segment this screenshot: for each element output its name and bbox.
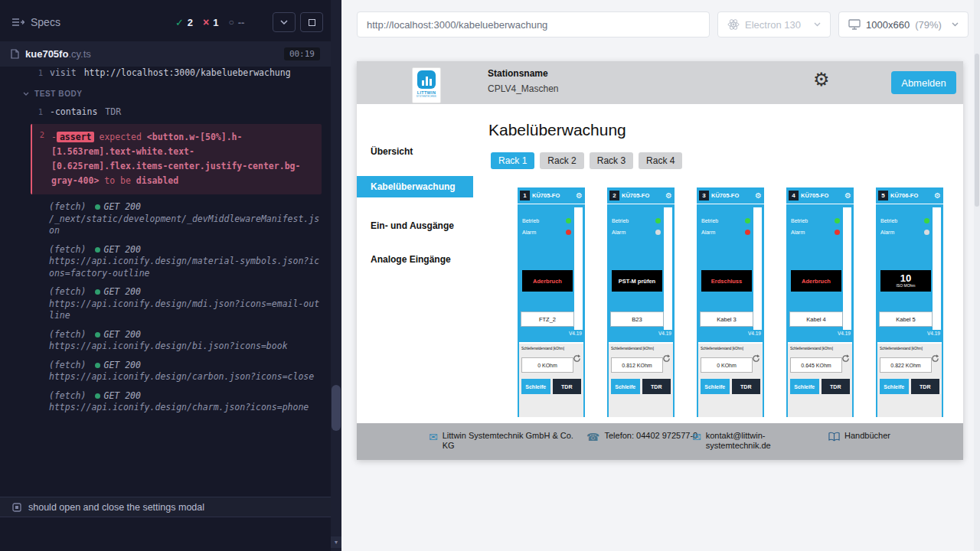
card-number: 4 (789, 191, 799, 201)
cable-name: Kabel 4 (789, 311, 843, 327)
tab-rack-4[interactable]: Rack 4 (639, 152, 682, 169)
settings-gear-icon[interactable]: ⚙ (813, 70, 830, 89)
fetch-url: /_next/static/development/_devMiddleware… (49, 214, 320, 237)
cable-name: B23 (610, 311, 664, 327)
alarm-indicator: Alarm (612, 230, 661, 235)
status-dot-icon (95, 332, 100, 337)
schleife-button[interactable]: Schleife (611, 379, 640, 394)
network-log-entry[interactable]: (fetch)GET 200 https://api.iconify.desig… (0, 286, 331, 322)
next-test-row[interactable]: should open and close the settings modal (0, 497, 331, 517)
assert-badge: assert (57, 132, 95, 142)
tdr-button[interactable]: TDR (553, 379, 582, 394)
visit-command-row[interactable]: 1 visithttp://localhost:3000/kabelueberw… (0, 67, 331, 80)
alarm-led (924, 230, 929, 235)
logout-button[interactable]: Abmelden (891, 71, 956, 94)
level-gauge (933, 207, 941, 330)
chevron-down-icon (952, 22, 959, 27)
card-header: 2 KÜ705-FO ⚙ (607, 187, 675, 204)
spec-duration-badge: 00:19 (284, 47, 320, 60)
command-number: 1 (34, 67, 43, 79)
alarm-indicator: Alarm (880, 230, 929, 235)
station-label: Stationsname (488, 68, 559, 79)
tdr-button[interactable]: TDR (822, 379, 851, 394)
specs-label: Specs (31, 16, 60, 28)
fetch-label: (fetch) (49, 360, 86, 370)
viewport-select[interactable]: 1000x660 (79%) (838, 11, 969, 37)
resistance-label: Schleifenwiderstand [kOhm] (880, 347, 939, 350)
window-scrollbar[interactable] (974, 0, 980, 551)
cable-name: FTZ_2 (521, 311, 574, 327)
card-settings-icon[interactable]: ⚙ (665, 192, 672, 200)
spec-name: kue705fo.cy.ts (25, 48, 91, 60)
scrollbar-down-arrow[interactable]: ▾ (331, 536, 341, 548)
failed-assert-row[interactable]: 2 -assertexpected <button.w-[50%].h-[1.5… (31, 124, 322, 194)
tdr-button[interactable]: TDR (642, 379, 671, 394)
betrieb-indicator: Betrieb (701, 218, 750, 223)
sidebar-item-kabelueberwachung[interactable]: Kabelüberwachung (357, 176, 473, 197)
footer-manuals-link[interactable]: Handbücher (828, 431, 890, 443)
network-log-entry[interactable]: (fetch)GET 200 https://api.iconify.desig… (0, 360, 331, 383)
card-settings-icon[interactable]: ⚙ (755, 192, 762, 200)
scrollbar-thumb[interactable] (975, 54, 979, 207)
sidebar-item-analoge-eingaenge[interactable]: Analoge Eingänge (357, 252, 473, 267)
tdr-button[interactable]: TDR (732, 379, 761, 394)
schleife-button[interactable]: Schleife (521, 379, 550, 394)
network-log-entry[interactable]: (fetch)GET 200 https://api.iconify.desig… (0, 329, 331, 353)
spec-file-header[interactable]: kue705fo.cy.ts 00:19 (0, 41, 331, 67)
network-log-entry[interactable]: (fetch)GET 200 /_next/static/development… (0, 201, 331, 237)
reporter-scrollbar[interactable]: ▾ (331, 0, 341, 551)
cypress-reporter-panel: Specs ✓2 ×1 ○-- kue705fo.cy.ts 00:19 (0, 0, 331, 551)
alarm-label: Alarm (880, 230, 894, 235)
resistance-label: Schleifenwiderstand [kOhm] (521, 347, 581, 350)
card-settings-icon[interactable]: ⚙ (934, 192, 941, 200)
tab-rack-3[interactable]: Rack 3 (590, 152, 633, 169)
url-bar[interactable] (357, 11, 710, 37)
browser-select[interactable]: Electron 130 (717, 11, 831, 37)
betrieb-label: Betrieb (880, 218, 897, 223)
fetch-status: GET 200 (103, 286, 140, 297)
sidebar-item-ein-und-ausgaenge[interactable]: Ein- und Ausgänge (357, 218, 473, 233)
section-label: TEST BODY (34, 90, 83, 98)
footer-email[interactable]: ✉ kontakt@littwin-systemtechnik.de (692, 431, 782, 451)
schleife-button[interactable]: Schleife (701, 379, 730, 394)
stop-tests-button[interactable] (300, 12, 323, 32)
cypress-topbar: Specs ✓2 ×1 ○-- (0, 0, 331, 41)
specs-menu-button[interactable]: Specs (12, 16, 60, 28)
device-card: 1 KÜ705-FO ⚙ Betrieb Alarm Aderbruch FTZ… (518, 187, 585, 417)
sidebar-item-uebersicht[interactable]: Übersicht (357, 144, 473, 159)
betrieb-indicator: Betrieb (880, 218, 929, 223)
network-log-entry[interactable]: (fetch)GET 200 https://api.iconify.desig… (0, 244, 331, 280)
refresh-icon[interactable] (841, 354, 850, 363)
contains-command-row[interactable]: 1 -containsTDR (0, 104, 331, 119)
betrieb-indicator: Betrieb (791, 218, 840, 223)
tab-rack-2[interactable]: Rack 2 (540, 152, 583, 169)
device-card: 3 KÜ705-FO ⚙ Betrieb Alarm Erdschluss Ka… (697, 187, 764, 417)
card-settings-icon[interactable]: ⚙ (844, 192, 851, 200)
card-header: 1 KÜ705-FO ⚙ (518, 187, 585, 204)
card-settings-icon[interactable]: ⚙ (576, 192, 583, 200)
collapse-all-button[interactable] (273, 12, 296, 32)
status-dot-icon (95, 247, 100, 253)
refresh-icon[interactable] (931, 354, 939, 363)
section-chevron-icon (23, 92, 29, 96)
refresh-icon[interactable] (662, 354, 671, 363)
refresh-icon[interactable] (573, 354, 581, 363)
refresh-icon[interactable] (752, 354, 760, 363)
resistance-value: 0.812 KOhm (611, 357, 663, 373)
littwin-logo: LITTWIN SYSTEMTECHNIK (412, 67, 441, 103)
footer-text: Littwin Systemtechnik GmbH & Co. KG (443, 431, 579, 451)
fetch-url: https://api.iconify.design/carbon.json?i… (49, 371, 320, 383)
device-card: 4 KÜ705-FO ⚙ Betrieb Alarm Aderbruch Kab… (786, 187, 854, 417)
test-icon (12, 503, 21, 512)
tdr-button[interactable]: TDR (911, 379, 940, 394)
tab-rack-1[interactable]: Rack 1 (491, 152, 534, 169)
test-body-section[interactable]: TEST BODY (0, 80, 331, 104)
alarm-label: Alarm (612, 230, 626, 235)
fetch-label: (fetch) (49, 329, 86, 340)
schleife-button[interactable]: Schleife (790, 379, 819, 394)
scrollbar-thumb[interactable] (332, 385, 341, 431)
command-number: 1 (34, 106, 43, 118)
schleife-button[interactable]: Schleife (880, 379, 909, 394)
network-log-entry[interactable]: (fetch)GET 200 https://api.iconify.desig… (0, 390, 331, 414)
passed-count: 2 (188, 17, 193, 28)
